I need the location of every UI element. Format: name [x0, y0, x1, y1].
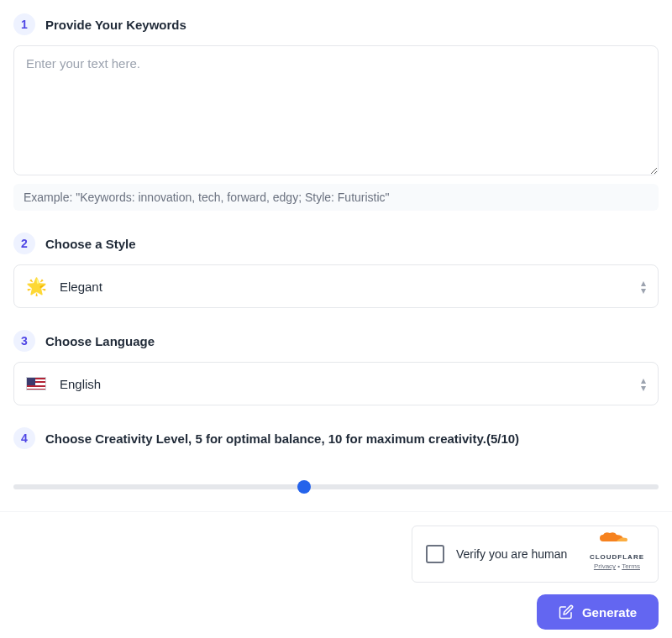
captcha-checkbox[interactable]: [426, 545, 444, 563]
step-number-badge: 1: [13, 13, 35, 35]
cloudflare-brand: CLOUDFLARE Privacy • Terms: [590, 538, 644, 570]
style-selected-label: Elegant: [60, 280, 627, 294]
slider-rail: [13, 484, 659, 489]
step-header: 4 Choose Creativity Level, 5 for optimal…: [13, 427, 659, 449]
chevron-up-down-icon: ▴▾: [641, 377, 646, 391]
slider-thumb[interactable]: [297, 480, 311, 494]
step-header: 2 Choose a Style: [13, 233, 659, 254]
step-title: Choose Creativity Level, 5 for optimal b…: [45, 431, 519, 446]
footer: Verify you are human CLOUDFLARE Privacy …: [0, 526, 672, 638]
example-hint: Example: "Keywords: innovation, tech, fo…: [13, 184, 659, 211]
step-style: 2 Choose a Style 🌟 Elegant ▴▾: [13, 233, 659, 308]
cloudflare-wordmark: CLOUDFLARE: [590, 553, 644, 561]
step-number-badge: 3: [13, 330, 35, 352]
creativity-slider[interactable]: [13, 459, 659, 505]
step-title: Choose Language: [45, 334, 155, 348]
example-prefix: Example:: [24, 191, 76, 204]
generate-button[interactable]: Generate: [537, 594, 659, 630]
chevron-up-down-icon: ▴▾: [641, 280, 646, 294]
cloudflare-logo-icon: [591, 538, 642, 552]
step-title: Choose a Style: [45, 237, 136, 251]
style-select[interactable]: 🌟 Elegant ▴▾: [13, 264, 659, 308]
language-select[interactable]: English ▴▾: [13, 362, 659, 405]
step-language: 3 Choose Language English ▴▾: [13, 330, 659, 405]
language-selected-label: English: [60, 377, 627, 391]
sparkle-icon: 🌟: [26, 276, 46, 296]
step-number-badge: 4: [13, 427, 35, 449]
step-header: 3 Choose Language: [13, 330, 659, 352]
example-text: "Keywords: innovation, tech, forward, ed…: [76, 191, 389, 204]
generate-label: Generate: [582, 605, 637, 620]
step-header: 1 Provide Your Keywords: [13, 13, 659, 35]
step-creativity: 4 Choose Creativity Level, 5 for optimal…: [13, 427, 659, 505]
captcha-text: Verify you are human: [456, 547, 567, 561]
captcha-widget: Verify you are human CLOUDFLARE Privacy …: [412, 526, 659, 583]
keywords-input[interactable]: [13, 45, 659, 175]
step-title: Provide Your Keywords: [45, 18, 186, 32]
step-number-badge: 2: [13, 233, 35, 254]
privacy-link[interactable]: Privacy: [594, 562, 616, 570]
flag-us-icon: [26, 374, 46, 394]
edit-icon: [559, 604, 574, 620]
divider: [0, 511, 672, 512]
terms-link[interactable]: Terms: [622, 562, 640, 570]
step-keywords: 1 Provide Your Keywords Example: "Keywor…: [13, 13, 659, 211]
